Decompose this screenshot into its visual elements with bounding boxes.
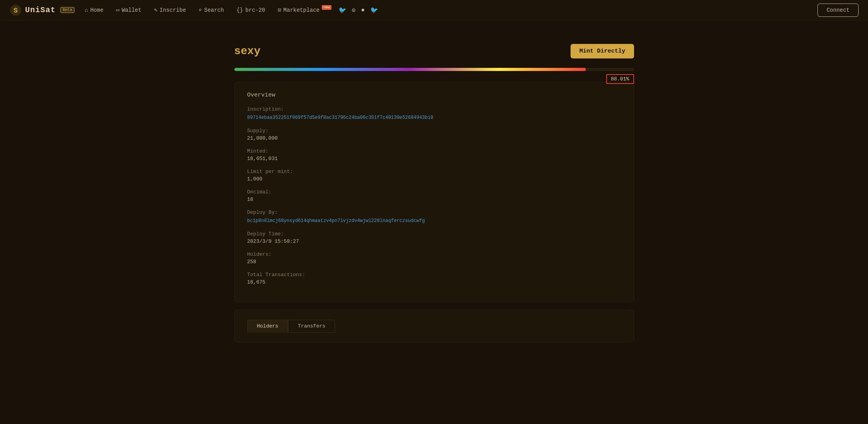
progress-container: 88.01% [234,68,634,71]
nav-home-label: Home [90,7,103,13]
tabs-card: Holders Transfers [234,310,634,342]
main-content: sexy Mint Directly 88.01% Overview inscr… [227,44,642,342]
mint-directly-button[interactable]: Mint Directly [571,44,634,58]
minted-value: 18,651,031 [247,156,621,162]
deploy-by-label: Deploy By: [247,209,621,215]
nav-items: ⌂ Home ▭ Wallet ✎ Inscribe ⌕ Search {} b… [79,4,817,16]
deploy-time-label: Deploy Time: [247,231,621,237]
home-icon: ⌂ [85,7,88,13]
connect-button[interactable]: Connect [817,4,859,17]
twitter-icon[interactable]: ● [361,7,365,14]
inscription-field: inscription: 89714ebaa352251f069f57d5e9f… [247,106,621,121]
github-icon[interactable]: 🐦 [339,6,346,14]
nav-item-home[interactable]: ⌂ Home [79,5,109,16]
search-icon: ⌕ [199,7,202,13]
total-tx-field: Total Transactions: 18,675 [247,272,621,285]
supply-field: Supply: 21,000,000 [247,128,621,141]
deploy-by-field: Deploy By: bc1p8n0lmcj68ynsyd614qhmaatzv… [247,209,621,224]
nav-search-label: Search [204,7,224,13]
wallet-icon: ▭ [116,7,119,13]
supply-value: 21,000,000 [247,135,621,141]
logo-text: UniSat [25,5,56,15]
total-tx-value: 18,675 [247,279,621,285]
discord-icon[interactable]: ⊙ [352,6,356,14]
beta-badge: Beta [60,7,74,13]
inscription-value[interactable]: 89714ebaa352251f069f57d5e9f8ac31796c24ba… [247,115,433,120]
logo[interactable]: S UniSat Beta [9,4,74,16]
decimal-label: Decimal: [247,189,621,195]
inscribe-icon: ✎ [154,7,157,13]
deploy-time-value: 2023/3/9 15:58:27 [247,238,621,244]
progress-bar-fill [234,68,586,71]
holders-value: 258 [247,259,621,265]
supply-label: Supply: [247,128,621,134]
holders-field: Holders: 258 [247,251,621,265]
minted-field: Minted: 18,651,031 [247,148,621,162]
limit-field: Limit per mint: 1,000 [247,169,621,182]
total-tx-label: Total Transactions: [247,272,621,278]
decimal-value: 18 [247,197,621,202]
nav-item-wallet[interactable]: ▭ Wallet [111,4,147,16]
nav-item-search[interactable]: ⌕ Search [193,4,230,16]
tabs-row: Holders Transfers [247,320,621,333]
social-icons: 🐦 ⊙ ● 🐦 [339,6,378,14]
tab-transfers[interactable]: Transfers [288,320,335,333]
progress-percent-badge: 88.01% [606,74,634,84]
brc20-icon: {} [236,7,243,13]
limit-value: 1,000 [247,176,621,182]
marketplace-icon: ⊡ [278,7,281,13]
minted-label: Minted: [247,148,621,154]
nav-marketplace-label: Marketplace [283,7,319,13]
new-badge: new [322,5,331,10]
nav-item-brc20[interactable]: {} brc-20 [231,5,270,16]
holders-label: Holders: [247,251,621,257]
deploy-time-field: Deploy Time: 2023/3/9 15:58:27 [247,231,621,244]
nav-brc20-label: brc-20 [245,7,265,13]
limit-label: Limit per mint: [247,169,621,175]
svg-text:S: S [14,7,18,15]
navbar: S UniSat Beta ⌂ Home ▭ Wallet ✎ Inscribe… [0,0,868,20]
nav-wallet-label: Wallet [121,7,141,13]
extra-icon[interactable]: 🐦 [370,6,378,14]
overview-title: Overview [247,92,621,98]
token-title: sexy [234,45,261,57]
nav-item-marketplace[interactable]: ⊡ Marketplace new [272,4,332,16]
title-row: sexy Mint Directly [234,44,634,58]
decimal-field: Decimal: 18 [247,189,621,202]
progress-bar-track [234,68,634,71]
logo-icon: S [9,4,22,16]
tab-holders[interactable]: Holders [247,320,288,333]
nav-inscribe-label: Inscribe [159,7,186,13]
deploy-by-value[interactable]: bc1p8n0lmcj68ynsyd614qhmaatzv4pn7lvjzdv4… [247,218,425,224]
inscription-label: inscription: [247,106,621,112]
nav-item-inscribe[interactable]: ✎ Inscribe [149,4,192,16]
overview-card: Overview inscription: 89714ebaa352251f06… [234,82,634,302]
